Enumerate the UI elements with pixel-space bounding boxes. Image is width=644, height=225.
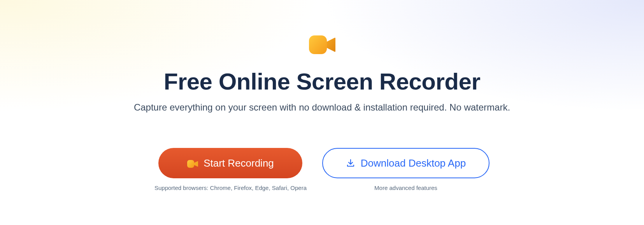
start-recording-button[interactable]: Start Recording	[158, 148, 302, 178]
download-desktop-button[interactable]: Download Desktop App	[322, 148, 490, 178]
svg-rect-1	[187, 160, 194, 168]
start-recording-label: Start Recording	[204, 157, 274, 169]
primary-action-col: Start Recording Supported browsers: Chro…	[154, 148, 307, 191]
download-desktop-label: Download Desktop App	[361, 157, 466, 169]
camera-icon	[187, 159, 198, 167]
primary-caption: Supported browsers: Chrome, Firefox, Edg…	[154, 185, 307, 191]
download-icon	[346, 158, 355, 168]
page-title: Free Online Screen Recorder	[164, 68, 481, 95]
secondary-action-col: Download Desktop App More advanced featu…	[322, 148, 490, 191]
camera-logo-icon	[308, 33, 336, 56]
svg-rect-0	[309, 35, 327, 54]
action-buttons-row: Start Recording Supported browsers: Chro…	[154, 148, 490, 191]
page-subtitle: Capture everything on your screen with n…	[134, 102, 510, 113]
secondary-caption: More advanced features	[374, 185, 437, 191]
